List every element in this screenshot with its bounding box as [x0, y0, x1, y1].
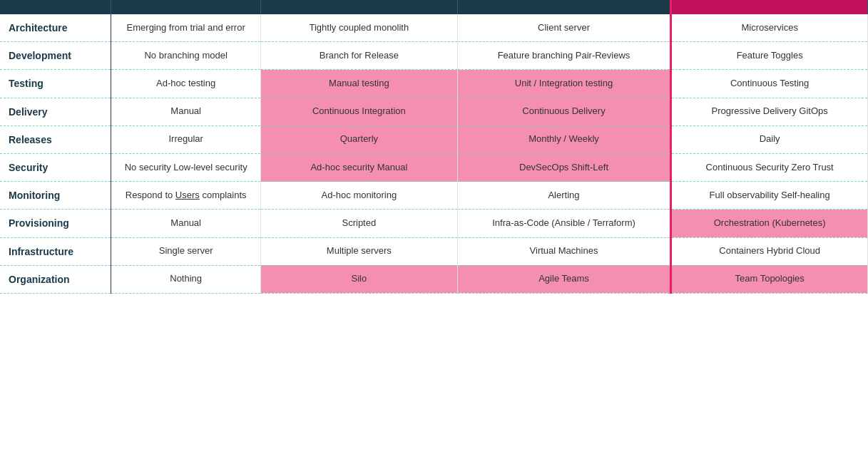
cell-stage: Releases	[0, 125, 111, 153]
cell-cloudnative: Continuous Testing	[671, 70, 868, 98]
table-row: SecurityNo security Low-level securityAd…	[0, 153, 868, 181]
users-link: Users	[175, 190, 200, 200]
header-agile	[457, 0, 671, 14]
cell-waterfall: Manual testing	[261, 70, 458, 98]
cell-waterfall: Tightly coupled monolith	[261, 14, 458, 42]
cell-noprocess: Emerging from trial and error	[111, 14, 261, 42]
cell-agile: Virtual Machines	[457, 237, 671, 265]
header-row	[0, 0, 868, 14]
cell-agile: Alerting	[457, 182, 671, 210]
cell-noprocess: Irregular	[111, 125, 261, 153]
table-row: MonitoringRespond to Users complaintsAd-…	[0, 182, 868, 210]
table-row: ArchitectureEmerging from trial and erro…	[0, 14, 868, 42]
cell-stage: Provisioning	[0, 210, 111, 237]
cell-noprocess: Manual	[111, 98, 261, 125]
cell-noprocess: No branching model	[111, 42, 261, 70]
cell-agile: Continuous Delivery	[457, 98, 671, 125]
header-cloudnative	[671, 0, 868, 14]
cell-cloudnative: Full observability Self-healing	[671, 182, 868, 210]
cell-waterfall: Scripted	[261, 210, 458, 237]
header-stage	[0, 0, 111, 14]
cell-waterfall: Multiple servers	[261, 237, 458, 265]
cell-waterfall: Continuous Integration	[261, 98, 458, 125]
table-row: DevelopmentNo branching modelBranch for …	[0, 42, 868, 70]
cell-stage: Organization	[0, 265, 111, 293]
cell-stage: Delivery	[0, 98, 111, 125]
main-table-wrapper: ArchitectureEmerging from trial and erro…	[0, 0, 868, 294]
cell-agile: DevSecOps Shift-Left	[457, 153, 671, 181]
maturity-table: ArchitectureEmerging from trial and erro…	[0, 0, 868, 294]
table-row: ProvisioningManualScriptedInfra-as-Code …	[0, 210, 868, 237]
table-row: OrganizationNothingSiloAgile TeamsTeam T…	[0, 265, 868, 293]
cell-agile: Infra-as-Code (Ansible / Terraform)	[457, 210, 671, 237]
cell-noprocess: Ad-hoc testing	[111, 70, 261, 98]
cell-stage: Infrastructure	[0, 237, 111, 265]
cell-cloudnative: Microservices	[671, 14, 868, 42]
header-noprocess	[111, 0, 261, 14]
cell-cloudnative: Containers Hybrid Cloud	[671, 237, 868, 265]
cell-stage: Monitoring	[0, 182, 111, 210]
cell-waterfall: Ad-hoc security Manual	[261, 153, 458, 181]
cell-waterfall: Silo	[261, 265, 458, 293]
cell-agile: Feature branching Pair-Reviews	[457, 42, 671, 70]
cell-agile: Client server	[457, 14, 671, 42]
cell-noprocess: Respond to Users complaints	[111, 182, 261, 210]
cell-waterfall: Ad-hoc monitoring	[261, 182, 458, 210]
cell-noprocess: Nothing	[111, 265, 261, 293]
cell-cloudnative: Orchestration (Kubernetes)	[671, 210, 868, 237]
cell-noprocess: Single server	[111, 237, 261, 265]
cell-cloudnative: Continuous Security Zero Trust	[671, 153, 868, 181]
cell-cloudnative: Progressive Delivery GitOps	[671, 98, 868, 125]
cell-agile: Agile Teams	[457, 265, 671, 293]
cell-stage: Development	[0, 42, 111, 70]
table-row: ReleasesIrregularQuarterlyMonthly / Week…	[0, 125, 868, 153]
cell-cloudnative: Feature Toggles	[671, 42, 868, 70]
cell-cloudnative: Daily	[671, 125, 868, 153]
cell-agile: Unit / Integration testing	[457, 70, 671, 98]
cell-noprocess: No security Low-level security	[111, 153, 261, 181]
table-row: DeliveryManualContinuous IntegrationCont…	[0, 98, 868, 125]
cell-stage: Architecture	[0, 14, 111, 42]
table-row: TestingAd-hoc testingManual testingUnit …	[0, 70, 868, 98]
cell-noprocess: Manual	[111, 210, 261, 237]
cell-agile: Monthly / Weekly	[457, 125, 671, 153]
cell-stage: Testing	[0, 70, 111, 98]
cell-cloudnative: Team Topologies	[671, 265, 868, 293]
cell-waterfall: Branch for Release	[261, 42, 458, 70]
cell-waterfall: Quarterly	[261, 125, 458, 153]
header-waterfall	[261, 0, 458, 14]
table-row: InfrastructureSingle serverMultiple serv…	[0, 237, 868, 265]
cell-stage: Security	[0, 153, 111, 181]
